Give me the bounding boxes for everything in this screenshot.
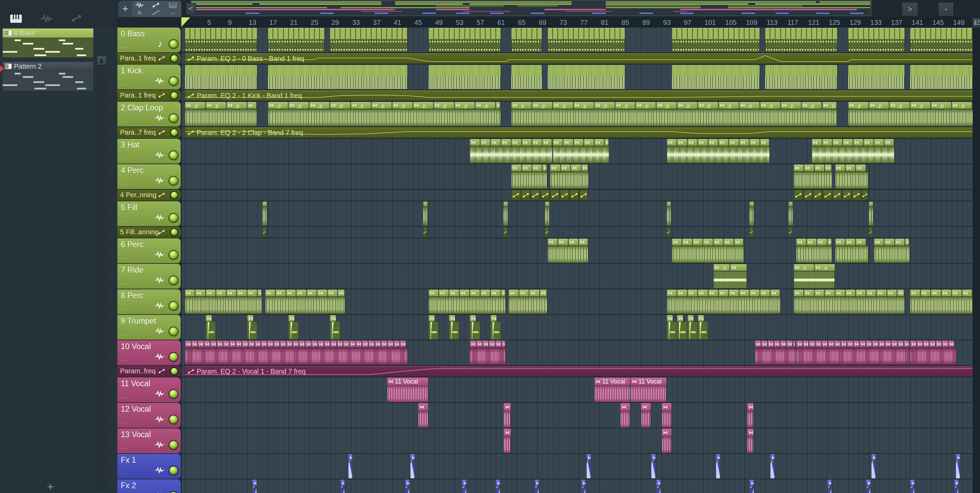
perc-clip[interactable]: ⋈⋈⋈⋈⋈⋈⋈⋈ [429,290,506,314]
add-track-button[interactable]: + [118,1,132,17]
vsm-clip[interactable]: ⋈ [662,429,671,453]
track-header-5-fill[interactable]: 5 Fill... [118,201,181,226]
vsm-clip[interactable]: ⋈ [504,429,511,453]
hat-clip[interactable]: ⋈⋈⋈⋈⋈⋈⋈⋈ [812,139,894,163]
link-icon[interactable] [150,2,162,9]
fx2-clip[interactable]: ⋈ [656,480,660,493]
lc1-clip[interactable] [504,227,508,237]
track-options[interactable]: ... [121,392,129,399]
pattern-item-1[interactable]: 0 Bass [3,29,93,57]
track-header-4-per-nning[interactable]: 4 Per..nning [118,190,181,201]
track-mute-led[interactable] [169,40,178,48]
track-options[interactable]: ... [121,43,129,50]
trump-clip[interactable]: ⋈ [288,315,298,339]
track-options[interactable]: ... [121,216,129,224]
perc-clip[interactable]: ⋈⋈⋈⋈⋈⋈ [910,290,974,314]
trump-clip[interactable]: ⋈ [491,315,500,339]
lc1-clip[interactable] [263,227,267,237]
track-options[interactable]: ... [121,443,129,450]
fill-clip[interactable] [789,201,793,226]
ride-clip[interactable]: ⋈..e⋈ [714,264,746,289]
vclip-clip[interactable]: ⋈ 11 Vocal [387,378,428,402]
piano-icon[interactable] [10,14,26,24]
track-header-3-hat[interactable]: 3 Hat... [118,139,181,163]
fx1-clip[interactable]: ⋈ [716,454,720,479]
trump-clip[interactable]: ⋈ [688,315,697,339]
pat-clip[interactable] [548,28,625,52]
trump-clip[interactable]: ⋈ [330,315,340,339]
kick-clip[interactable] [672,65,759,89]
track-mute-led[interactable] [169,466,178,475]
track-mute-led[interactable] [171,129,178,136]
track-mute-led[interactable] [171,368,178,375]
pat-clip[interactable] [185,28,257,52]
pattern-preview[interactable] [3,38,93,57]
track-header-9-trumpet[interactable]: 9 Trumpet... [118,315,181,340]
fx2-clip[interactable]: ⋈ [827,480,832,493]
pattern-scrollbar[interactable] [97,56,106,491]
pat-clip[interactable] [511,28,542,52]
kick-clip[interactable] [429,65,501,89]
vstrip-clip[interactable]: ⋈⋈⋈⋈⋈⋈⋈ [755,341,796,365]
clap-clip[interactable]: ⋈..p⋈..p⋈..p⋈..p⋈..p⋈..p [848,102,975,126]
perc-clip[interactable]: ⋈⋈⋈⋈⋈⋈⋈ [672,239,744,263]
wave-icon[interactable] [134,2,145,9]
link-icon[interactable] [72,14,87,24]
vstrip-clip[interactable]: ⋈⋈⋈⋈⋈⋈⋈ [910,341,956,365]
fx1-clip[interactable]: ⋈ [956,454,960,479]
lc1-clip[interactable] [423,227,427,237]
lc1-clip[interactable] [869,227,873,237]
track-header-fx-1[interactable]: Fx 1... [118,454,181,479]
track-options[interactable]: ... [121,279,129,286]
slice-tool-icon[interactable]: ✕ [134,9,145,16]
fx1-clip[interactable]: ⋈ [872,454,875,479]
hat-clip[interactable]: ⋈⋈⋈⋈⋈⋈ [553,139,609,163]
ride-clip[interactable]: ⋈..e⋈..e [794,264,835,289]
track-mute-led[interactable] [169,390,178,398]
trump-clip[interactable]: ⋈ [677,315,687,339]
track-mute-led[interactable] [169,114,178,122]
fx2-clip[interactable]: ⋈ [955,480,959,493]
fx2-clip[interactable]: ⋈ [405,480,409,493]
track-header-7-ride[interactable]: 7 Ride... [118,264,181,289]
vsm-clip[interactable]: ⋈ [747,429,753,453]
perc-clip[interactable]: ⋈⋈⋈⋈ [511,165,547,189]
fx1-clip[interactable]: ⋈ [410,454,414,479]
clap-clip[interactable]: ⋈..p⋈..p⋈..p⋈..p [185,102,257,126]
vsm-clip[interactable]: ⋈ [641,403,651,427]
perc-clip[interactable]: ⋈⋈⋈⋈ [794,165,832,189]
trump-clip[interactable]: ⋈ [667,315,676,339]
pat-clip[interactable] [429,28,501,52]
vsm-clip[interactable]: ⋈ [747,403,753,427]
fill-clip[interactable] [504,201,508,226]
lc1-clip[interactable] [545,227,549,237]
vclip-clip[interactable]: ⋈ 11 Vocal [630,378,666,402]
lc1-clip[interactable] [667,227,671,237]
kick-clip[interactable] [185,65,257,89]
timeline-ruler[interactable]: 5913172125293337414549535761656973778185… [181,17,972,28]
song-overview-minimap[interactable] [191,1,871,16]
fx2-clip[interactable]: ⋈ [749,480,754,493]
playlist-grid[interactable]: Param. EQ 2 - 0 Bass - Band 1 freqParam.… [181,27,972,493]
track-mute-led[interactable] [171,92,178,99]
fill-clip[interactable] [667,201,671,226]
overview-back-button[interactable]: < [186,3,196,15]
perc-clip[interactable]: ⋈⋈⋈⋈ [796,239,832,263]
lc1-clip[interactable] [789,227,793,237]
pat-clip[interactable] [672,28,759,52]
trump-clip[interactable]: ⋈ [247,315,257,339]
fx2-clip[interactable]: ⋈ [496,480,500,493]
pat-clip[interactable] [330,28,407,52]
fx1-clip[interactable]: ⋈ [348,454,353,479]
perc-clip[interactable]: ⋈⋈⋈ [835,239,869,263]
track-mute-led[interactable] [169,151,178,160]
track-options[interactable]: ... [121,304,129,311]
track-header-11-vocal[interactable]: 11 Vocal... [118,377,181,402]
perc-clip[interactable]: ⋈⋈⋈⋈ [548,239,589,263]
trump-clip[interactable]: ⋈ [429,315,438,339]
vsm-clip[interactable]: ⋈ [418,403,428,427]
add-pattern-button[interactable]: + [47,480,54,493]
track-mute-led[interactable] [171,192,178,198]
track-header-5-fill-anning[interactable]: 5 Fill..anning [118,227,181,238]
track-options[interactable]: ... [121,154,129,161]
